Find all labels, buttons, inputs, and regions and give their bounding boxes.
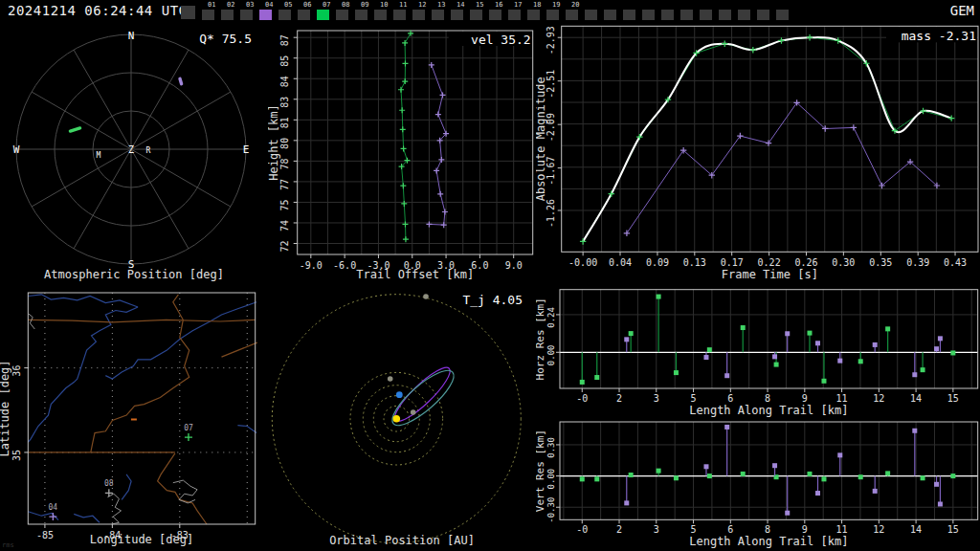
frame-box-extra[interactable] xyxy=(642,10,655,20)
frame-box-02[interactable] xyxy=(221,10,234,20)
svg-text:08: 08 xyxy=(104,479,114,488)
svg-text:0.26: 0.26 xyxy=(794,257,817,268)
frame-number: 03 xyxy=(246,1,254,9)
frame-box-10[interactable] xyxy=(374,10,387,20)
svg-text:Length Along Trail [km]: Length Along Trail [km] xyxy=(689,535,848,548)
frame-box-03[interactable] xyxy=(240,10,253,20)
panel-atmospheric-position: NSWEZMRQ* 75.5Atmospheric Position [deg] xyxy=(0,23,268,283)
svg-text:87: 87 xyxy=(279,34,290,46)
svg-text:0.30: 0.30 xyxy=(546,437,556,458)
svg-text:2: 2 xyxy=(616,393,622,404)
svg-text:15: 15 xyxy=(947,524,959,535)
svg-text:9: 9 xyxy=(802,393,808,404)
frame-number: 20 xyxy=(571,1,579,9)
frame-box-extra[interactable] xyxy=(757,10,769,20)
svg-text:80: 80 xyxy=(279,138,290,149)
svg-text:Longitude [deg]: Longitude [deg] xyxy=(90,533,193,546)
frame-strip: 0102030405060708091011121314151617181920 xyxy=(0,0,823,23)
svg-text:N: N xyxy=(128,30,135,42)
svg-text:0.35: 0.35 xyxy=(869,257,892,268)
svg-text:72: 72 xyxy=(279,240,290,252)
panel-magnitude: -0.000.040.090.130.170.220.260.300.350.3… xyxy=(536,23,980,283)
frame-number: 11 xyxy=(399,1,407,9)
svg-text:Height [km]: Height [km] xyxy=(268,104,280,180)
svg-text:12: 12 xyxy=(873,524,884,535)
frame-box-08[interactable] xyxy=(336,10,348,20)
frame-box-07[interactable] xyxy=(317,10,329,20)
svg-text:14: 14 xyxy=(910,393,922,404)
panel-orbit: T_j 4.05Orbital Position [AU] xyxy=(268,283,536,551)
frame-box-05[interactable] xyxy=(278,10,291,20)
frame-number: 12 xyxy=(418,1,426,9)
atmospheric-position-plot: NSWEZMRQ* 75.5Atmospheric Position [deg] xyxy=(0,23,268,283)
svg-text:04: 04 xyxy=(49,503,58,512)
svg-text:Horz Res [km]: Horz Res [km] xyxy=(536,298,546,380)
svg-text:14: 14 xyxy=(910,524,922,535)
svg-text:77: 77 xyxy=(279,179,290,190)
shower-code: GEM xyxy=(950,3,974,18)
frame-box-extra[interactable] xyxy=(680,10,693,20)
frame-box-extra[interactable] xyxy=(700,10,712,20)
svg-text:0.09: 0.09 xyxy=(646,257,669,268)
frame-box-extra[interactable] xyxy=(661,10,674,20)
frame-box-extra[interactable] xyxy=(604,10,616,20)
frame-box-19[interactable] xyxy=(546,10,559,20)
frame-box-12[interactable] xyxy=(412,10,425,20)
frame-box-extra[interactable] xyxy=(623,10,635,20)
svg-text:9.0: 9.0 xyxy=(505,260,523,271)
frame-number: 18 xyxy=(533,1,541,9)
panel-trail-offset: -9.0-6.0-3.00.03.06.09.07274757778808183… xyxy=(268,23,536,283)
svg-text:-0.00: -0.00 xyxy=(568,257,597,268)
frame-box-14[interactable] xyxy=(451,10,463,20)
frame-number: 09 xyxy=(361,1,368,9)
panel-ground-map: -85-84-833536040807Longitude [deg]Latitu… xyxy=(0,283,268,551)
frame-box-extra[interactable] xyxy=(585,10,597,20)
frame-box-extra[interactable] xyxy=(738,10,750,20)
svg-text:0.22: 0.22 xyxy=(758,257,781,268)
svg-text:85: 85 xyxy=(279,55,290,67)
frame-box-16[interactable] xyxy=(489,10,501,20)
frame-box-18[interactable] xyxy=(527,10,540,20)
svg-text:0.30: 0.30 xyxy=(832,257,855,268)
frame-box-11[interactable] xyxy=(393,10,406,20)
svg-text:0.00: 0.00 xyxy=(546,344,556,365)
svg-text:W: W xyxy=(13,143,20,156)
svg-text:Orbital Position [AU]: Orbital Position [AU] xyxy=(329,534,475,547)
svg-text:T_j 4.05: T_j 4.05 xyxy=(462,293,523,307)
svg-text:-2.93: -2.93 xyxy=(546,26,556,55)
frame-box-extra[interactable] xyxy=(776,10,789,20)
svg-text:0.43: 0.43 xyxy=(944,257,967,268)
frame-box-04[interactable] xyxy=(259,10,272,20)
status-bar: 20241214 06:24:44 UTC 010203040506070809… xyxy=(0,0,980,23)
svg-text:6: 6 xyxy=(727,524,733,535)
frame-number: 10 xyxy=(380,1,388,9)
svg-text:vel 35.2: vel 35.2 xyxy=(471,33,531,47)
frame-number: 02 xyxy=(227,1,234,9)
frame-box-01[interactable] xyxy=(202,10,214,20)
svg-text:mass -2.31: mass -2.31 xyxy=(902,29,976,43)
svg-text:3: 3 xyxy=(654,393,659,404)
frame-number: 14 xyxy=(457,1,464,9)
orbit-plot: T_j 4.05Orbital Position [AU] xyxy=(268,283,536,551)
svg-text:0.13: 0.13 xyxy=(683,257,706,268)
frame-number: 05 xyxy=(284,1,292,9)
frame-number: 15 xyxy=(476,1,483,9)
frame-box-extra[interactable] xyxy=(719,10,731,20)
svg-text:9: 9 xyxy=(802,524,808,535)
frame-box-06[interactable] xyxy=(298,10,310,20)
meteor-dashboard: 20241214 06:24:44 UTC 010203040506070809… xyxy=(0,0,980,551)
frame-number: 06 xyxy=(303,1,311,9)
svg-text:0.39: 0.39 xyxy=(906,257,929,268)
svg-text:-0.30: -0.30 xyxy=(546,497,556,523)
frame-box-17[interactable] xyxy=(508,10,521,20)
svg-text:Latitude [deg]: Latitude [deg] xyxy=(0,360,11,456)
frame-box-15[interactable] xyxy=(470,10,482,20)
frame-box-09[interactable] xyxy=(355,10,368,20)
frame-box-lead[interactable] xyxy=(181,6,195,19)
frame-number: 08 xyxy=(342,1,349,9)
svg-text:84: 84 xyxy=(279,76,290,87)
frame-box-20[interactable] xyxy=(566,10,578,20)
svg-text:-0: -0 xyxy=(576,524,588,535)
frame-box-13[interactable] xyxy=(432,10,444,20)
frame-number: 01 xyxy=(208,1,215,9)
